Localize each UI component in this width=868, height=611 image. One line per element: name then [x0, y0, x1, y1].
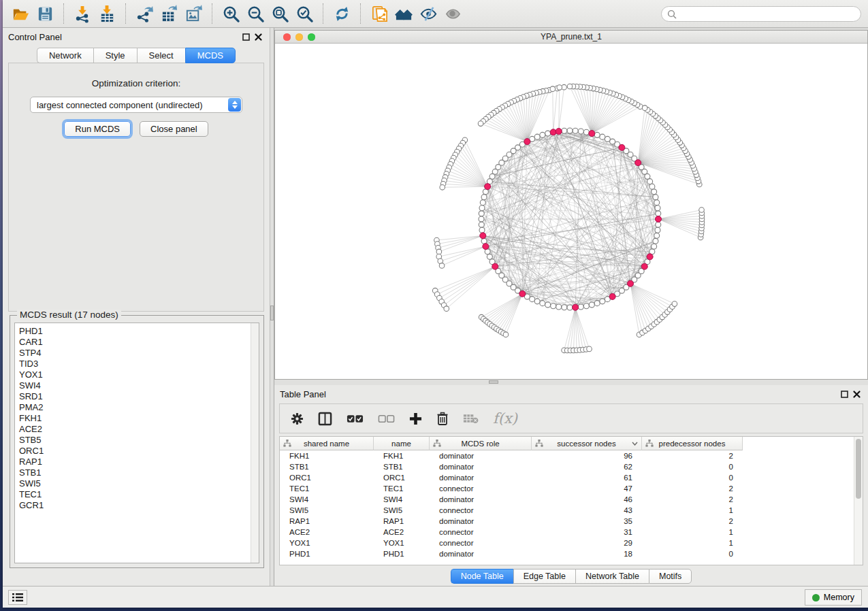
table-row[interactable]: RAP1RAP1dominator352 — [280, 516, 854, 527]
float-panel-icon[interactable] — [838, 388, 850, 400]
network-node[interactable] — [545, 302, 551, 308]
mcds-dominator-node[interactable] — [556, 129, 562, 135]
network-node[interactable] — [479, 216, 484, 222]
table-row[interactable]: ACE2ACE2connector311 — [280, 527, 854, 538]
search-input[interactable] — [677, 7, 861, 20]
export-image-icon[interactable] — [181, 2, 206, 25]
network-node[interactable] — [481, 238, 487, 244]
task-history-icon[interactable] — [8, 590, 27, 605]
clone-network-icon[interactable] — [367, 2, 391, 25]
maximize-window-icon[interactable] — [308, 33, 315, 41]
mcds-result-item[interactable]: CAR1 — [19, 337, 259, 348]
show-all-icon[interactable] — [440, 2, 465, 25]
network-node[interactable] — [480, 200, 485, 205]
network-node[interactable] — [444, 306, 449, 312]
network-node[interactable] — [583, 129, 589, 135]
network-node[interactable] — [440, 185, 445, 191]
network-node[interactable] — [439, 263, 445, 269]
vertical-splitter[interactable] — [270, 28, 274, 586]
table-tab-node-table[interactable]: Node Table — [451, 569, 513, 584]
list-scrollbar[interactable] — [251, 323, 259, 563]
network-node[interactable] — [655, 205, 660, 211]
mcds-dominator-node[interactable] — [589, 131, 595, 137]
mcds-result-list[interactable]: PHD1CAR1STP4TID3YOX1SWI4SRD1PMA2FKH1ACE2… — [14, 323, 259, 563]
network-node[interactable] — [573, 128, 578, 133]
select-all-columns-icon[interactable] — [347, 414, 364, 423]
zoom-out-icon[interactable] — [243, 2, 268, 25]
network-node[interactable] — [503, 332, 509, 337]
network-node[interactable] — [540, 132, 545, 137]
zoom-fit-icon[interactable] — [268, 2, 292, 25]
network-node[interactable] — [489, 174, 495, 179]
table-settings-gear-icon[interactable] — [291, 412, 304, 425]
network-node[interactable] — [610, 139, 615, 144]
mcds-result-item[interactable]: SWI4 — [19, 380, 259, 391]
export-table-icon[interactable] — [157, 2, 181, 25]
column-header-shared-name[interactable]: shared name — [280, 437, 374, 450]
network-node[interactable] — [653, 195, 658, 200]
table-row[interactable]: ORC1ORC1dominator610 — [280, 472, 854, 483]
network-node[interactable] — [534, 134, 540, 139]
network-node[interactable] — [540, 301, 545, 306]
mcds-result-item[interactable]: TEC1 — [19, 489, 259, 500]
table-row[interactable]: TEC1TEC1connector472 — [280, 483, 854, 494]
mcds-result-item[interactable]: TID3 — [19, 359, 259, 369]
column-header-MCDS-role[interactable]: MCDS role — [430, 437, 532, 450]
network-node[interactable] — [534, 299, 540, 304]
control-tab-style[interactable]: Style — [93, 48, 137, 63]
column-header-name[interactable]: name — [374, 437, 430, 450]
network-node[interactable] — [562, 305, 567, 310]
mcds-dominator-node[interactable] — [573, 304, 579, 310]
network-node[interactable] — [481, 195, 487, 200]
node-table[interactable]: shared namenameMCDS rolesuccessor nodesp… — [279, 436, 863, 565]
memory-button[interactable]: Memory — [805, 589, 862, 606]
mcds-result-item[interactable]: YOX1 — [19, 369, 259, 380]
mcds-dominator-node[interactable] — [519, 291, 526, 297]
mcds-dominator-node[interactable] — [609, 293, 615, 299]
import-table-icon[interactable] — [95, 2, 119, 25]
network-node[interactable] — [583, 303, 589, 309]
network-node[interactable] — [479, 205, 485, 211]
mcds-dominator-node[interactable] — [524, 139, 530, 145]
mcds-dominator-node[interactable] — [641, 263, 647, 269]
network-node[interactable] — [578, 304, 583, 310]
network-node[interactable] — [652, 189, 657, 195]
run-mcds-button[interactable]: Run MCDS — [64, 121, 131, 137]
network-node[interactable] — [589, 302, 594, 308]
sort-chevron-icon[interactable] — [632, 442, 638, 446]
mcds-result-item[interactable]: ORC1 — [19, 446, 259, 457]
network-node[interactable] — [567, 128, 573, 133]
network-node[interactable] — [562, 128, 567, 133]
table-row[interactable]: STB1STB1dominator620 — [280, 461, 854, 472]
close-panel-icon[interactable] — [252, 31, 264, 43]
table-row[interactable]: SWI5SWI5connector431 — [280, 505, 854, 516]
mcds-dominator-node[interactable] — [550, 129, 556, 135]
first-neighbors-icon[interactable] — [391, 2, 416, 25]
network-node[interactable] — [655, 227, 660, 233]
network-node[interactable] — [649, 184, 655, 189]
network-node[interactable] — [656, 222, 661, 227]
network-node[interactable] — [600, 299, 605, 304]
close-panel-button[interactable]: Close panel — [140, 121, 208, 137]
network-canvas[interactable] — [275, 44, 867, 379]
splitter-grip[interactable] — [489, 380, 498, 384]
control-tab-network[interactable]: Network — [37, 48, 93, 63]
network-node[interactable] — [556, 304, 562, 310]
network-node[interactable] — [567, 305, 573, 310]
minimize-window-icon[interactable] — [295, 33, 303, 41]
splitter-grip[interactable] — [270, 306, 274, 320]
network-node[interactable] — [652, 244, 657, 249]
network-node[interactable] — [654, 233, 660, 238]
mcds-result-item[interactable]: PMA2 — [19, 402, 259, 413]
mcds-result-item[interactable]: STP4 — [19, 348, 259, 359]
network-node[interactable] — [487, 254, 492, 259]
network-node[interactable] — [672, 301, 677, 307]
save-session-icon[interactable] — [33, 2, 57, 25]
horizontal-splitter[interactable] — [274, 380, 868, 385]
column-header-successor-nodes[interactable]: successor nodes — [532, 437, 642, 450]
mcds-dominator-node[interactable] — [656, 216, 662, 222]
table-tab-network-table[interactable]: Network Table — [575, 569, 649, 584]
close-panel-icon[interactable] — [850, 388, 863, 400]
mcds-result-item[interactable]: STB1 — [19, 467, 259, 478]
network-node[interactable] — [699, 208, 705, 213]
